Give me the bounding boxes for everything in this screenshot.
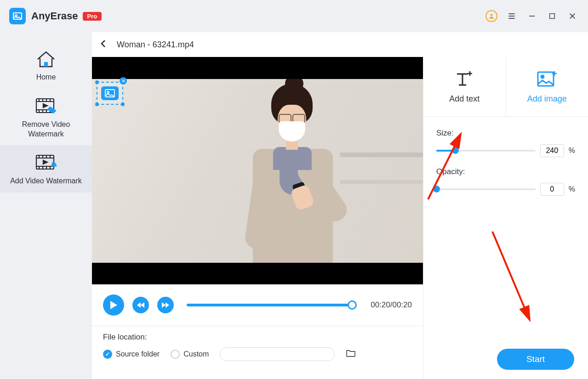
sidebar-label-remove: Remove Video Watermark: [5, 120, 87, 139]
user-account-button[interactable]: [485, 10, 498, 23]
minimize-button[interactable]: [525, 10, 538, 23]
size-slider-thumb[interactable]: [452, 147, 459, 154]
seek-thumb[interactable]: [348, 300, 357, 310]
sidebar: Home Remove Video Watermark Add Video Wa…: [0, 32, 92, 379]
browse-folder-button[interactable]: [346, 349, 356, 359]
titlebar: AnyErase Pro: [0, 0, 588, 32]
opacity-value-input[interactable]: 0: [540, 183, 564, 196]
sidebar-label-home: Home: [36, 73, 56, 82]
user-icon: [485, 10, 497, 22]
opacity-label: Opacity:: [436, 167, 575, 176]
main-panel: Woman - 63241.mp4: [92, 32, 588, 379]
play-button[interactable]: [103, 294, 124, 316]
annotation-arrow-start: [479, 227, 543, 330]
watermark-thumbnail-icon: [101, 86, 119, 100]
watermark-type-tabs: Add text Add image: [423, 57, 588, 117]
player-controls: 00:20/00:20: [92, 284, 423, 326]
start-button-label: Start: [526, 354, 545, 364]
home-icon: [36, 50, 56, 69]
radio-unchecked-icon: [171, 350, 180, 359]
size-value-input[interactable]: 240: [540, 144, 564, 157]
app-name: AnyErase: [31, 10, 78, 22]
source-folder-label: Source folder: [116, 350, 160, 358]
add-text-icon: [454, 69, 474, 88]
breadcrumb: Woman - 63241.mp4: [92, 32, 588, 57]
tab-add-image[interactable]: Add image: [506, 57, 588, 116]
opacity-slider[interactable]: [436, 188, 536, 190]
add-watermark-icon: [34, 153, 57, 173]
add-image-icon: [536, 69, 558, 88]
back-button[interactable]: [100, 40, 107, 50]
remove-watermark-icon: [34, 97, 57, 116]
pro-badge: Pro: [83, 12, 102, 21]
svg-rect-7: [550, 14, 555, 19]
rewind-button[interactable]: [132, 297, 149, 313]
start-button[interactable]: Start: [497, 349, 574, 370]
properties-panel: Add text Add image Size:: [423, 57, 588, 379]
sidebar-item-add-watermark[interactable]: Add Video Watermark: [0, 145, 92, 192]
sidebar-item-remove-watermark[interactable]: Remove Video Watermark: [0, 89, 92, 146]
file-location-heading: File location:: [103, 333, 412, 342]
time-display: 00:20/00:20: [371, 300, 412, 310]
watermark-selection-box[interactable]: ✕: [97, 82, 123, 105]
radio-checked-icon: [103, 350, 112, 359]
tab-add-image-label: Add image: [527, 94, 567, 104]
custom-folder-label: Custom: [183, 350, 209, 358]
size-label: Size:: [436, 129, 575, 138]
seek-slider[interactable]: [187, 304, 352, 306]
svg-point-34: [107, 91, 109, 93]
svg-point-36: [541, 75, 544, 78]
svg-line-38: [492, 232, 529, 319]
video-panel: ✕ 00:20/00:20: [92, 57, 423, 379]
sidebar-label-add: Add Video Watermark: [10, 176, 82, 186]
menu-button[interactable]: [505, 10, 518, 23]
size-property: Size: 240 %: [436, 129, 575, 157]
tab-add-text-label: Add text: [449, 94, 480, 104]
size-percent: %: [569, 147, 575, 155]
watermark-remove-icon[interactable]: ✕: [120, 77, 127, 85]
tab-add-text[interactable]: Add text: [423, 57, 506, 116]
file-location-section: File location: Source folder Custom: [92, 326, 423, 361]
svg-rect-10: [44, 62, 48, 67]
svg-point-2: [491, 14, 493, 16]
forward-button[interactable]: [157, 297, 174, 313]
maximize-button[interactable]: [546, 10, 559, 23]
custom-path-input[interactable]: [220, 347, 335, 361]
source-folder-radio[interactable]: Source folder: [103, 350, 160, 359]
custom-folder-radio[interactable]: Custom: [171, 350, 209, 359]
close-button[interactable]: [566, 10, 579, 23]
opacity-slider-thumb[interactable]: [433, 186, 440, 192]
sidebar-item-home[interactable]: Home: [0, 41, 92, 89]
opacity-property: Opacity: 0 %: [436, 167, 575, 196]
size-slider[interactable]: [436, 150, 536, 152]
video-preview[interactable]: ✕: [92, 57, 423, 284]
app-logo-icon: [9, 8, 26, 24]
opacity-percent: %: [569, 185, 575, 193]
file-title: Woman - 63241.mp4: [117, 40, 194, 50]
